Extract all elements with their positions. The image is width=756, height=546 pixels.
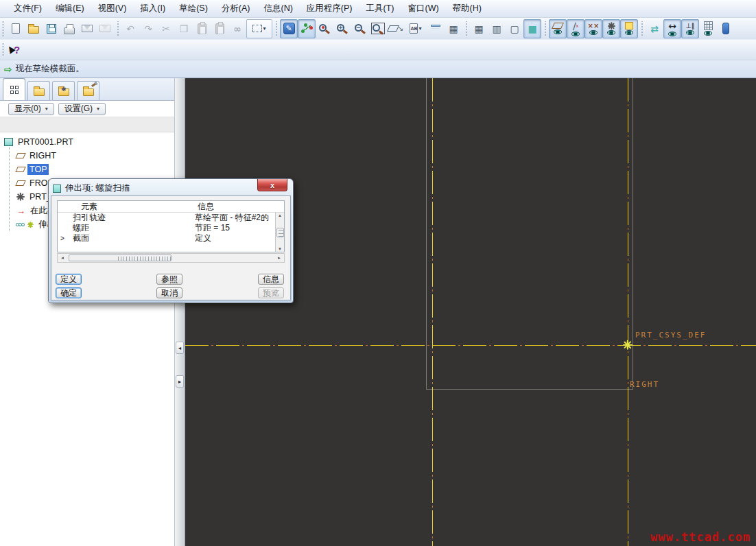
scroll-down-icon[interactable]: ▼: [278, 247, 282, 251]
menu-edit[interactable]: 编辑(E): [49, 0, 91, 17]
tab-favorites[interactable]: ✱: [52, 81, 75, 100]
redo-button[interactable]: ↷: [139, 19, 157, 38]
dialog-close-button[interactable]: x: [257, 179, 287, 191]
cut-button[interactable]: ✂: [157, 19, 175, 38]
find-button[interactable]: ∞: [228, 19, 246, 38]
select-box-button[interactable]: ▾: [246, 19, 272, 38]
scrollbar-thumb[interactable]: [276, 228, 284, 237]
tree-item-right[interactable]: RIGHT: [4, 149, 174, 163]
context-help-button[interactable]: ▶?: [7, 40, 25, 60]
tab-connections[interactable]: [77, 81, 99, 100]
constraint-icon: ⊥∥: [685, 23, 695, 29]
ok-button[interactable]: 确定: [56, 287, 82, 298]
vertex-icon: [722, 23, 729, 34]
view-manager-button[interactable]: ▦: [445, 19, 462, 38]
copy-button[interactable]: ❐: [175, 19, 193, 38]
dialog-title-bar[interactable]: 伸出项: 螺旋扫描: [51, 181, 291, 195]
datum-plane-icon: [15, 167, 26, 172]
refit-button[interactable]: [369, 19, 387, 38]
info-button[interactable]: 信息: [258, 274, 284, 285]
tree-item-top[interactable]: TOP: [4, 163, 174, 176]
menu-sketch[interactable]: 草绘(S): [172, 0, 215, 17]
grid-display-toggle[interactable]: [699, 19, 717, 38]
expand-panel-button[interactable]: ►: [176, 375, 184, 388]
mail-link-button[interactable]: [96, 19, 114, 38]
menu-tools[interactable]: 工具(T): [359, 0, 401, 17]
element-list[interactable]: 元素 信息 扫引轨迹 草绘平面 - 特征#2的 螺距 节距 = 15 > 截面 …: [57, 200, 285, 252]
scroll-up-icon[interactable]: ▲: [278, 213, 282, 217]
csys-icon: [16, 193, 25, 201]
tree-toolbar: 显示(0)▾ 设置(G)▾: [0, 101, 174, 117]
define-button[interactable]: 定义: [56, 274, 82, 285]
tab-folder-browser[interactable]: [27, 81, 50, 100]
cancel-button[interactable]: 取消: [156, 287, 182, 298]
menu-analysis[interactable]: 分析(A): [215, 0, 257, 17]
layers-button[interactable]: [427, 19, 445, 38]
shaded-button[interactable]: ■: [523, 19, 541, 38]
vertex-display-toggle[interactable]: [717, 19, 735, 38]
scroll-left-icon[interactable]: ◄: [58, 256, 67, 260]
constraint-display-toggle[interactable]: ⊥∥: [681, 19, 699, 38]
zoom-out-icon: −: [355, 24, 362, 32]
csys-label: PRT_CSYS_DEF: [635, 331, 706, 340]
datum-plane-display-toggle[interactable]: [549, 19, 567, 38]
paste-special-button[interactable]: [211, 19, 228, 38]
list-row-pitch[interactable]: 螺距 节距 = 15: [58, 223, 284, 233]
dimension-display-toggle[interactable]: ↔: [663, 19, 681, 38]
vertical-scrollbar[interactable]: ▲ ▼: [275, 213, 284, 252]
show-dropdown[interactable]: 显示(0)▾: [8, 103, 54, 115]
paste-button[interactable]: [193, 19, 211, 38]
horizontal-scrollbar[interactable]: ◄ ►: [57, 253, 285, 263]
menu-info[interactable]: 信息(N): [257, 0, 299, 17]
scrollbar-thumb[interactable]: [69, 254, 172, 261]
scroll-right-icon[interactable]: ►: [274, 256, 284, 260]
graphics-area[interactable]: PRT_CSYS_DEF RIGHT www.ttcad.com: [185, 78, 756, 546]
csys-display-toggle[interactable]: [602, 19, 620, 38]
point-display-toggle[interactable]: ××: [584, 19, 602, 38]
eye-icon: [589, 30, 598, 35]
references-button-dialog[interactable]: 参照: [156, 274, 182, 285]
menu-window[interactable]: 窗口(W): [401, 0, 445, 17]
tree-item-part[interactable]: PRT0001.PRT: [4, 135, 174, 149]
tab-model-tree[interactable]: [3, 78, 25, 100]
wireframe-button[interactable]: ▦: [470, 19, 488, 38]
list-row-trajectory[interactable]: 扫引轨迹 草绘平面 - 特征#2的: [58, 213, 284, 223]
dropdown-caret-icon: ▾: [263, 25, 265, 32]
open-button[interactable]: [25, 19, 43, 38]
save-button[interactable]: [43, 19, 60, 38]
menu-insert[interactable]: 插入(I): [133, 0, 172, 17]
zoom-in-button[interactable]: +: [333, 19, 351, 38]
datum-axis-display-toggle[interactable]: ∕x: [567, 19, 584, 38]
eye-icon: [704, 31, 712, 36]
new-file-button[interactable]: [7, 19, 25, 38]
hidden-line-button[interactable]: ▥: [488, 19, 506, 38]
close-icon: x: [270, 181, 274, 189]
reorient-button[interactable]: ↘: [387, 19, 405, 38]
datum-select-button[interactable]: [298, 19, 316, 38]
zoom-out-button[interactable]: −: [351, 19, 369, 38]
send-mail-button[interactable]: [78, 19, 96, 38]
annotation-display-toggle[interactable]: [620, 19, 638, 38]
zoom-in-icon: +: [337, 24, 344, 32]
list-row-section[interactable]: > 截面 定义: [58, 233, 284, 244]
menu-applications[interactable]: 应用程序(P): [300, 0, 359, 17]
dimension-icon: ↔: [668, 21, 676, 31]
undo-button[interactable]: ↶: [121, 19, 139, 38]
references-button[interactable]: [316, 19, 333, 38]
menu-help[interactable]: 帮助(H): [446, 0, 488, 17]
datum-plane-icon: [552, 23, 564, 29]
panel-sash[interactable]: ◄ ►: [175, 78, 185, 546]
menu-view[interactable]: 视图(V): [91, 0, 134, 17]
collapse-panel-button[interactable]: ◄: [176, 342, 184, 354]
preview-button[interactable]: 预览: [258, 287, 284, 298]
print-button[interactable]: [60, 19, 78, 38]
saved-views-button[interactable]: AB▾: [405, 19, 427, 38]
menu-file[interactable]: 文件(F): [7, 0, 49, 17]
spin-center-button[interactable]: ⇄: [646, 19, 663, 38]
settings-dropdown[interactable]: 设置(G)▾: [58, 103, 106, 115]
dialog-title: 伸出项: 螺旋扫描: [65, 182, 130, 194]
sketcher-display-toggle[interactable]: ✎: [280, 19, 298, 38]
toolbar-separator: [639, 21, 645, 36]
view-manager-icon: ▦: [449, 24, 458, 34]
no-hidden-button[interactable]: ▢: [506, 19, 523, 38]
